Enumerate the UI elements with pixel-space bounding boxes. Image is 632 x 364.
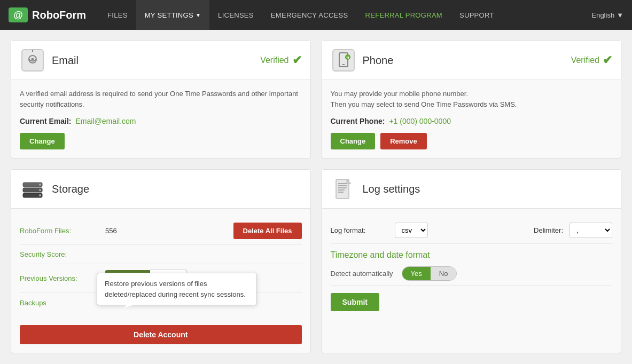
detect-toggle-group: Yes No: [402, 266, 457, 281]
phone-remove-button[interactable]: Remove: [380, 133, 427, 149]
logo[interactable]: @ RoboForm: [9, 7, 86, 22]
submit-row: Submit: [331, 286, 613, 311]
storage-score-row: Security Score:: [20, 245, 302, 264]
phone-card-title: Phone: [363, 54, 394, 67]
storage-files-action: Delete All Files: [233, 223, 302, 239]
phone-description: You may provide your mobile phone number…: [331, 89, 613, 109]
logo-icon: @: [9, 7, 28, 22]
delete-account-row: Delete Account: [20, 319, 302, 344]
nav-item-referral-program[interactable]: REFERRAL PROGRAM: [357, 0, 451, 30]
email-icon: [20, 48, 45, 73]
delimiter-select[interactable]: , ; | tab: [569, 223, 612, 238]
delete-account-button[interactable]: Delete Account: [20, 325, 302, 344]
email-card-header: Email Verified ✔: [11, 41, 310, 80]
phone-button-group: Change Remove: [331, 133, 613, 149]
storage-files-row: RoboForm Files: 556 Delete All Files: [20, 217, 302, 245]
detect-no-button[interactable]: No: [431, 267, 457, 280]
backups-link[interactable]: Backups: [20, 299, 46, 307]
row-storage-log: Storage RoboForm Files: 556 Delete All F…: [11, 169, 621, 353]
phone-card: ✦ Phone Verified ✔ You may provide your …: [322, 41, 622, 159]
email-change-button[interactable]: Change: [20, 133, 65, 149]
email-card-body: A verified email address is required to …: [11, 80, 310, 158]
dropdown-arrow-icon: ▼: [196, 12, 201, 18]
email-title-group: Email: [20, 48, 79, 73]
row-email-phone: Email Verified ✔ A verified email addres…: [11, 41, 621, 159]
svg-point-15: [39, 194, 41, 196]
language-selector[interactable]: English ▼: [591, 11, 623, 19]
email-field-label: Current Email:: [20, 117, 71, 125]
phone-title-group: ✦ Phone: [331, 48, 394, 73]
delimiter-label: Delimiter:: [534, 226, 563, 234]
timezone-section: Timezone and date format Detect automati…: [331, 244, 613, 286]
storage-card-body: RoboForm Files: 556 Delete All Files Res…: [11, 209, 310, 353]
storage-files-label: RoboForm Files:: [20, 227, 105, 235]
phone-icon: ✦: [331, 48, 356, 73]
email-card-title: Email: [52, 54, 79, 67]
detect-yes-button[interactable]: Yes: [402, 267, 431, 280]
nav-links: FILES MY SETTINGS ▼ LICENSES EMERGENCY A…: [99, 0, 591, 30]
storage-card-title: Storage: [52, 183, 89, 195]
nav-item-files[interactable]: FILES: [99, 0, 136, 30]
log-submit-button[interactable]: Submit: [331, 293, 379, 311]
timezone-title: Timezone and date format: [331, 250, 613, 260]
navbar: @ RoboForm FILES MY SETTINGS ▼ LICENSES …: [0, 0, 632, 30]
svg-point-14: [39, 189, 41, 191]
storage-card: Storage RoboForm Files: 556 Delete All F…: [11, 169, 311, 353]
svg-text:✦: ✦: [347, 56, 350, 60]
email-field-value: Email@email.com: [75, 117, 136, 125]
log-card-header: Log settings: [322, 170, 621, 209]
email-verified-checkmark-icon: ✔: [292, 53, 302, 67]
log-icon: [331, 176, 356, 202]
logo-text: RoboForm: [32, 9, 86, 21]
email-description: A verified email address is required to …: [20, 89, 302, 109]
log-settings-card: Log settings Log format: csv tsv json De…: [322, 169, 622, 353]
log-title-group: Log settings: [331, 176, 420, 202]
storage-versions-label: Previous Versions:: [20, 274, 105, 282]
phone-verified-text: Verified: [571, 56, 599, 65]
log-format-select[interactable]: csv tsv json: [395, 223, 428, 238]
svg-point-13: [39, 184, 41, 186]
storage-card-header: Storage: [11, 170, 310, 209]
chevron-down-icon: ▼: [617, 11, 623, 19]
phone-field-label: Current Phone:: [331, 117, 385, 125]
storage-icon: [20, 176, 45, 202]
nav-item-emergency-access[interactable]: EMERGENCY ACCESS: [262, 0, 357, 30]
tooltip-text: Restore previous versions of files delet…: [105, 280, 246, 298]
email-field-row: Current Email: Email@email.com: [20, 117, 302, 125]
log-card-title: Log settings: [363, 183, 420, 195]
language-label: English: [591, 11, 614, 19]
detect-row: Detect automatically Yes No: [331, 266, 613, 281]
storage-score-label: Security Score:: [20, 250, 105, 258]
nav-item-support[interactable]: SUPPORT: [451, 0, 503, 30]
phone-card-body: You may provide your mobile phone number…: [322, 80, 621, 158]
phone-verified-checkmark-icon: ✔: [603, 53, 612, 67]
phone-field-row: Current Phone: +1 (000) 000-0000: [331, 117, 613, 125]
nav-item-my-settings[interactable]: MY SETTINGS ▼: [136, 0, 209, 30]
storage-files-value: 556: [105, 227, 233, 235]
log-format-label: Log format:: [331, 226, 395, 234]
email-verified-badge: Verified ✔: [260, 53, 301, 67]
detect-label: Detect automatically: [331, 270, 393, 278]
storage-title-group: Storage: [20, 176, 89, 202]
delete-all-files-button[interactable]: Delete All Files: [233, 223, 302, 239]
log-card-body: Log format: csv tsv json Delimiter: , ; …: [322, 209, 621, 320]
phone-verified-badge: Verified ✔: [571, 53, 612, 67]
phone-card-header: ✦ Phone Verified ✔: [322, 41, 621, 80]
restore-tooltip: Restore previous versions of files delet…: [97, 273, 257, 305]
phone-field-value: +1 (000) 000-0000: [389, 117, 451, 125]
svg-point-2: [32, 58, 34, 61]
phone-change-button[interactable]: Change: [331, 133, 376, 149]
email-card: Email Verified ✔ A verified email addres…: [11, 41, 311, 159]
email-verified-text: Verified: [260, 56, 288, 65]
main-content: Email Verified ✔ A verified email addres…: [0, 30, 632, 364]
nav-item-licenses[interactable]: LICENSES: [209, 0, 262, 30]
log-format-row: Log format: csv tsv json Delimiter: , ; …: [331, 217, 613, 244]
